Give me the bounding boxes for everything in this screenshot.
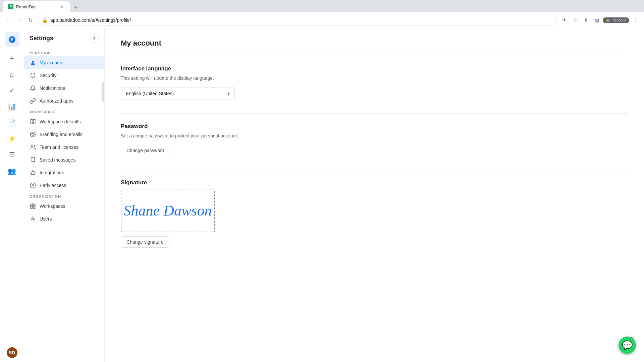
sidebar-item-authorized-apps[interactable]: Authorized apps bbox=[24, 95, 104, 107]
nav-activity[interactable]: ⚡ bbox=[5, 131, 19, 146]
signature-section-title: Signature bbox=[121, 179, 628, 186]
icon-nav: P + ⌂ ✓ 📊 📄 ⚡ ☰ 👥 bbox=[0, 28, 24, 362]
contacts-icon: 👥 bbox=[8, 167, 16, 175]
sidebar-item-integrations[interactable]: Integrations bbox=[24, 166, 104, 179]
svg-rect-5 bbox=[34, 122, 35, 124]
language-dropdown[interactable]: English (United States) ▾ bbox=[121, 87, 235, 100]
browser-toolbar: ← → ↻ 🔒 app.pandadoc.com/a/#/settings/pr… bbox=[0, 12, 644, 28]
sidebar-item-workspace-defaults[interactable]: Workspace defaults bbox=[24, 115, 104, 128]
user-avatar[interactable]: SD bbox=[7, 347, 17, 358]
reload-button[interactable]: ↻ bbox=[25, 15, 35, 25]
sidebar-label-team: Team and licenses bbox=[40, 144, 78, 150]
sidebar-item-team-licenses[interactable]: Team and licenses bbox=[24, 141, 104, 154]
forward-button[interactable]: → bbox=[15, 15, 24, 25]
sidebar-label-users: Users bbox=[40, 216, 52, 222]
sidebar-item-workspaces[interactable]: Workspaces bbox=[24, 200, 104, 213]
language-divider bbox=[121, 113, 628, 114]
language-section-title: Interface language bbox=[121, 65, 628, 72]
nav-templates[interactable]: ☰ bbox=[5, 147, 19, 162]
integrations-icon bbox=[30, 169, 36, 176]
document-icon: 📄 bbox=[8, 119, 16, 127]
svg-point-13 bbox=[32, 185, 34, 186]
users-icon bbox=[30, 216, 36, 222]
workspace-section-label: WORKSPACE bbox=[24, 107, 104, 115]
sidebar-item-notifications[interactable]: Notifications bbox=[24, 82, 104, 95]
new-tab-button[interactable]: + bbox=[71, 3, 80, 12]
back-button[interactable]: ← bbox=[4, 15, 13, 25]
sidebar-label-security: Security bbox=[40, 73, 57, 78]
main-content: My account Interface language This setti… bbox=[105, 28, 644, 362]
svg-rect-14 bbox=[31, 204, 32, 205]
sidebar-item-my-account[interactable]: My account bbox=[24, 56, 104, 69]
change-signature-button[interactable]: Change signature bbox=[121, 236, 169, 248]
chevron-down-icon: ▾ bbox=[227, 91, 230, 96]
nav-tasks[interactable]: ✓ bbox=[5, 83, 19, 98]
eye-slash-icon[interactable]: 👁 bbox=[560, 15, 569, 25]
team-icon bbox=[30, 144, 36, 150]
organization-section-label: ORGANIZATION bbox=[24, 192, 104, 200]
svg-text:P: P bbox=[10, 37, 13, 42]
svg-rect-6 bbox=[31, 122, 32, 124]
page-title: My account bbox=[121, 39, 628, 48]
url-display: app.pandadoc.com/a/#/settings/profile/ bbox=[50, 17, 553, 23]
active-tab[interactable]: P PandaDoc ✕ bbox=[3, 1, 70, 12]
early-access-icon bbox=[30, 182, 36, 189]
chat-widget[interactable]: 💬 bbox=[619, 337, 636, 354]
settings-sidebar: Settings ? PERSONAL My account Security … bbox=[24, 28, 105, 362]
settings-title: Settings bbox=[30, 35, 53, 42]
incognito-icon: 🕵 bbox=[605, 18, 610, 22]
password-section-title: Password bbox=[121, 123, 628, 130]
download-icon[interactable]: ⬇ bbox=[581, 15, 591, 25]
nav-contacts[interactable]: 👥 bbox=[5, 164, 19, 178]
more-button[interactable]: ⋮ bbox=[631, 15, 640, 25]
icon-nav-bottom: SD bbox=[7, 347, 17, 358]
language-value: English (United States) bbox=[126, 91, 174, 96]
workspaces-icon bbox=[30, 203, 36, 209]
chat-icon: 💬 bbox=[622, 340, 633, 351]
sidebar-item-users[interactable]: Users bbox=[24, 213, 104, 225]
svg-marker-10 bbox=[31, 158, 35, 162]
sidebar-label-saved-messages: Saved messages bbox=[40, 157, 75, 163]
sidebar-icon[interactable]: ▤ bbox=[592, 15, 601, 25]
incognito-badge: 🕵 Incognito bbox=[603, 17, 629, 23]
svg-rect-3 bbox=[31, 119, 32, 121]
my-account-icon bbox=[30, 59, 36, 66]
signature-display[interactable]: Shane Dawson bbox=[121, 189, 215, 232]
sidebar-label-workspaces: Workspaces bbox=[40, 203, 65, 209]
address-bar[interactable]: 🔒 app.pandadoc.com/a/#/settings/profile/ bbox=[38, 15, 557, 25]
security-icon bbox=[30, 72, 36, 79]
sidebar-item-saved-messages[interactable]: Saved messages bbox=[24, 154, 104, 166]
sidebar-label-my-account: My account bbox=[40, 60, 64, 65]
signature-section: Signature Shane Dawson Change signature bbox=[121, 179, 628, 248]
nav-analytics[interactable]: 📊 bbox=[5, 99, 19, 114]
change-password-button[interactable]: Change password bbox=[121, 145, 170, 156]
svg-rect-16 bbox=[34, 207, 35, 208]
lock-icon: 🔒 bbox=[42, 17, 48, 23]
browser-chrome: P PandaDoc ✕ + ← → ↻ 🔒 app.pandadoc.com/… bbox=[0, 0, 644, 28]
sidebar-label-integrations: Integrations bbox=[40, 170, 64, 175]
browser-actions: 👁 ☆ ⬇ ▤ 🕵 Incognito ⋮ bbox=[560, 15, 640, 25]
sidebar-scrollbar[interactable] bbox=[102, 82, 104, 102]
sidebar-item-branding-emails[interactable]: Branding and emails bbox=[24, 128, 104, 141]
nav-home[interactable]: ⌂ bbox=[5, 67, 19, 82]
sidebar-item-early-access[interactable]: Early access bbox=[24, 179, 104, 192]
tab-bar: P PandaDoc ✕ + bbox=[0, 0, 644, 12]
language-section-desc: This setting will update the display lan… bbox=[121, 75, 628, 82]
help-button[interactable]: ? bbox=[90, 34, 99, 43]
home-icon: ⌂ bbox=[10, 71, 14, 78]
nav-logo[interactable]: P bbox=[5, 32, 19, 47]
svg-marker-11 bbox=[31, 170, 36, 175]
templates-icon: ☰ bbox=[9, 151, 15, 159]
sidebar-label-workspace-defaults: Workspace defaults bbox=[40, 119, 81, 124]
sidebar-item-security[interactable]: Security bbox=[24, 69, 104, 82]
nav-documents[interactable]: 📄 bbox=[5, 115, 19, 130]
workspace-defaults-icon bbox=[30, 118, 36, 125]
incognito-label: Incognito bbox=[611, 18, 627, 22]
sidebar-label-early-access: Early access bbox=[40, 183, 66, 188]
bookmark-icon[interactable]: ☆ bbox=[571, 15, 580, 25]
tab-close-button[interactable]: ✕ bbox=[59, 4, 64, 9]
nav-add-button[interactable]: + bbox=[5, 51, 19, 66]
personal-section-label: PERSONAL bbox=[24, 48, 104, 56]
notifications-icon bbox=[30, 85, 36, 92]
saved-messages-icon bbox=[30, 157, 36, 163]
